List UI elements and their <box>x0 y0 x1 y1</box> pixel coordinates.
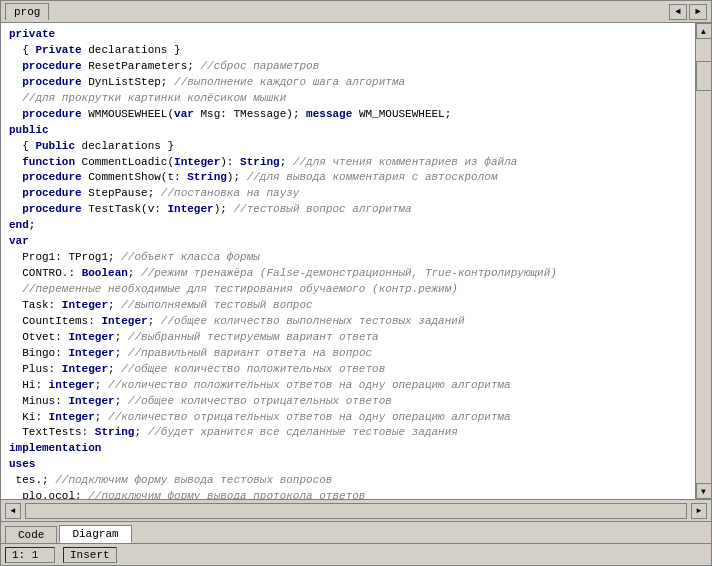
code-line: CONTRO.: Boolean; //режим тренажёра (Fal… <box>9 266 687 282</box>
code-line: plo.ocol; //подключим форму вывода прото… <box>9 489 687 499</box>
code-line: { Private declarations } <box>9 43 687 59</box>
code-line: var <box>9 234 687 250</box>
vertical-scrollbar[interactable]: ▲ ▼ <box>695 23 711 499</box>
code-line: TextTests: String; //будет хранится все … <box>9 425 687 441</box>
code-line: implementation <box>9 441 687 457</box>
code-line: uses <box>9 457 687 473</box>
nav-forward-button[interactable]: ► <box>689 4 707 20</box>
scroll-right-button[interactable]: ► <box>691 503 707 519</box>
tab-diagram[interactable]: Diagram <box>59 525 131 543</box>
code-line: procedure ResetParameters; //сброс парам… <box>9 59 687 75</box>
code-line: Ki: Integer; //количество отрицательных … <box>9 410 687 426</box>
bottom-bar: ◄ ► <box>1 499 711 521</box>
code-line: procedure CommentShow(t: String); //для … <box>9 170 687 186</box>
title-bar: prog ◄ ► <box>1 1 711 23</box>
editor-area: private { Private declarations } procedu… <box>1 23 711 499</box>
code-editor[interactable]: private { Private declarations } procedu… <box>1 23 695 499</box>
code-line: function CommentLoadic(Integer): String;… <box>9 155 687 171</box>
code-line: CountItems: Integer; //общее количество … <box>9 314 687 330</box>
code-line: procedure StepPause; //постановка на пау… <box>9 186 687 202</box>
tab-code[interactable]: Code <box>5 526 57 543</box>
code-line: end; <box>9 218 687 234</box>
scroll-track[interactable] <box>696 39 712 483</box>
main-window: prog ◄ ► private { Private declarations … <box>0 0 712 566</box>
code-line: private <box>9 27 687 43</box>
code-line: //для прокрутки картинки колёсиком мышки <box>9 91 687 107</box>
scroll-up-button[interactable]: ▲ <box>696 23 712 39</box>
code-line: Otvet: Integer; //выбранный тестируемым … <box>9 330 687 346</box>
status-bar: 1: 1 Insert <box>1 543 711 565</box>
cursor-position: 1: 1 <box>5 547 55 563</box>
code-line: tes.; //подключим форму вывода тестовых … <box>9 473 687 489</box>
code-line: Prog1: TProg1; //объект класса формы <box>9 250 687 266</box>
scroll-thumb[interactable] <box>696 61 712 91</box>
code-line: public <box>9 123 687 139</box>
code-line: Task: Integer; //выполняемый тестовый во… <box>9 298 687 314</box>
code-line: procedure TestTask(v: Integer); //тестов… <box>9 202 687 218</box>
code-line: //переменные необходимые для тестировани… <box>9 282 687 298</box>
title-tab: prog <box>5 3 49 20</box>
code-line: Minus: Integer; //общее количество отриц… <box>9 394 687 410</box>
code-line: procedure DynListStep; //выполнение кажд… <box>9 75 687 91</box>
code-line: procedure WMMOUSEWHEEL(var Msg: TMessage… <box>9 107 687 123</box>
code-line: Hi: integer; //количество положительных … <box>9 378 687 394</box>
horizontal-scrollbar[interactable] <box>25 503 687 519</box>
code-line: { Public declarations } <box>9 139 687 155</box>
code-line: Bingo: Integer; //правильный вариант отв… <box>9 346 687 362</box>
tabs-bar: CodeDiagram <box>1 521 711 543</box>
scroll-down-button[interactable]: ▼ <box>696 483 712 499</box>
nav-buttons: ◄ ► <box>669 4 707 20</box>
nav-back-button[interactable]: ◄ <box>669 4 687 20</box>
edit-mode: Insert <box>63 547 117 563</box>
scroll-left-button[interactable]: ◄ <box>5 503 21 519</box>
code-line: Plus: Integer; //общее количество положи… <box>9 362 687 378</box>
